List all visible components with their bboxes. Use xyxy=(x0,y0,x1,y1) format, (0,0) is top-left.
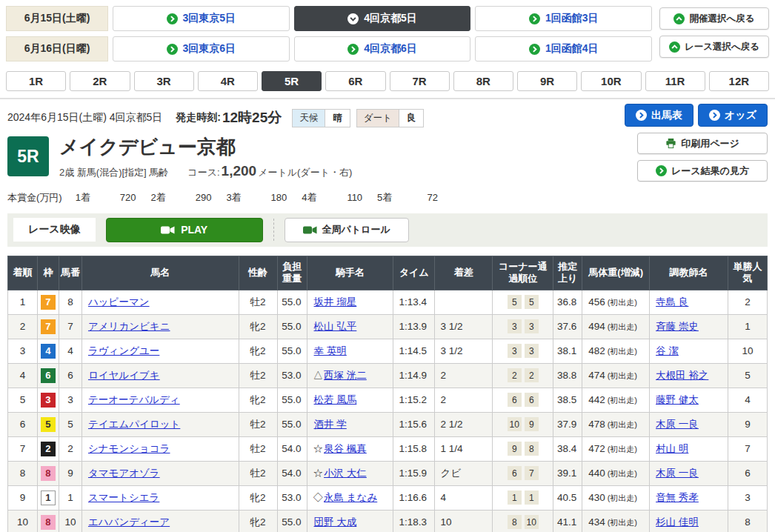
body-weight-cell: 430(初出走) xyxy=(582,485,650,510)
horse-number: 7 xyxy=(59,314,82,339)
corner-order-cell: 109 xyxy=(493,412,553,436)
result-row: 8 8 9 タマモアオゾラ 牡2 54.0 ☆小沢 大仁 1:15.9 クビ 6… xyxy=(8,461,768,485)
race-tab[interactable]: 11R xyxy=(645,71,705,91)
corner-order-2: 10 xyxy=(525,515,539,529)
horse-name-link[interactable]: シナモンショコラ xyxy=(88,443,170,454)
trainer-link[interactable]: 杉山 佳明 xyxy=(656,516,699,528)
trainer-link[interactable]: 谷 潔 xyxy=(656,345,679,356)
race-tab[interactable]: 7R xyxy=(390,71,450,91)
shutuba-button[interactable]: 出馬表 xyxy=(625,104,693,127)
race-tab[interactable]: 1R xyxy=(6,71,66,91)
win-favorite: 7 xyxy=(728,436,767,461)
horse-name-link[interactable]: ラヴィングユー xyxy=(88,345,159,356)
back-button-label: 開催選択へ戻る xyxy=(689,13,754,25)
jockey-link[interactable]: 酒井 学 xyxy=(314,419,347,430)
meeting-button-hakodate-4[interactable]: 1回函館4日 xyxy=(475,36,652,61)
back-to-kaisai-select-button[interactable]: 開催選択へ戻る xyxy=(659,7,769,30)
result-guide-button[interactable]: レース結果の見方 xyxy=(637,160,768,182)
body-weight-note: (初出走) xyxy=(608,347,637,356)
col-frame: 枠 xyxy=(37,256,59,290)
trainer-link[interactable]: 村山 明 xyxy=(656,443,688,454)
track-condition-badge: ダート 良 xyxy=(356,109,425,127)
trainer-link[interactable]: 藤野 健太 xyxy=(656,394,699,405)
print-page-button[interactable]: 印刷用ページ xyxy=(637,133,768,154)
col-position: 着順 xyxy=(8,256,38,290)
horse-name-link[interactable]: ロイヤルイブキ xyxy=(88,370,160,381)
jockey-link[interactable]: 松若 風馬 xyxy=(314,394,357,405)
result-row: 2 7 7 アメリカンビキニ 牝2 55.0 松山 弘平 1:13.9 3 1/… xyxy=(8,314,768,339)
jockey-link[interactable]: 坂井 瑠星 xyxy=(314,296,357,307)
last-3f-time: 39.1 xyxy=(553,461,582,485)
finish-time: 1:14.9 xyxy=(393,363,435,388)
meeting-button-hakodate-3[interactable]: 1回函館3日 xyxy=(475,6,652,31)
margin: 2 1/2 xyxy=(435,412,493,436)
odds-button[interactable]: オッズ xyxy=(698,104,768,127)
jockey-link[interactable]: 泉谷 楓真 xyxy=(324,443,367,454)
jockey-link[interactable]: 団野 大成 xyxy=(314,516,357,528)
result-row: 5 3 3 テーオーテバルディ 牝2 55.0 松若 風馬 1:15.2 2 6… xyxy=(8,388,768,412)
trainer-link[interactable]: 木原 一良 xyxy=(656,468,699,479)
horse-name-link[interactable]: タマモアオゾラ xyxy=(88,468,160,479)
play-video-button[interactable]: PLAY xyxy=(106,218,263,242)
horse-number: 1 xyxy=(59,485,82,510)
horse-name-link[interactable]: エハバンディーア xyxy=(88,516,170,528)
race-tab[interactable]: 5R xyxy=(262,71,322,91)
meeting-label: 4回京都6日 xyxy=(364,42,417,56)
race-tab[interactable]: 9R xyxy=(517,71,577,91)
race-tab[interactable]: 4R xyxy=(198,71,258,91)
horse-name-link[interactable]: テーオーテバルディ xyxy=(88,394,180,405)
race-tab[interactable]: 6R xyxy=(325,71,385,91)
horse-number: 2 xyxy=(59,436,82,461)
course-label: コース: xyxy=(187,167,219,178)
horse-name-link[interactable]: スマートシエラ xyxy=(88,492,159,503)
prize-item: 2着 290 xyxy=(151,191,216,205)
jockey-link[interactable]: 西塚 洸二 xyxy=(324,370,367,381)
meeting-button-tokyo-6[interactable]: 3回東京6日 xyxy=(113,36,290,61)
printer-icon xyxy=(665,138,676,149)
margin xyxy=(435,290,493,314)
chevron-right-circle-icon xyxy=(167,44,178,55)
print-label: 印刷用ページ xyxy=(681,137,739,150)
patrol-video-button[interactable]: 全周パトロール xyxy=(285,218,409,242)
jockey-allowance-mark: △ xyxy=(313,370,324,381)
jockey-link[interactable]: 松山 弘平 xyxy=(314,321,357,332)
race-tab[interactable]: 10R xyxy=(581,71,641,91)
last-3f-time: 37.6 xyxy=(553,314,582,339)
body-weight: 472 xyxy=(588,443,605,454)
horse-name-link[interactable]: テイエムパイロット xyxy=(88,419,180,430)
trainer-link[interactable]: 大根田 裕之 xyxy=(656,370,708,381)
jockey-cell: 松山 弘平 xyxy=(307,314,393,339)
race-tab[interactable]: 12R xyxy=(709,71,769,91)
race-tab[interactable]: 3R xyxy=(134,71,194,91)
trainer-link[interactable]: 音無 秀孝 xyxy=(656,492,699,503)
win-favorite: 8 xyxy=(728,510,767,532)
body-weight: 494 xyxy=(588,321,605,332)
track-value: 良 xyxy=(399,110,424,127)
horse-number: 3 xyxy=(59,388,82,412)
trainer-link[interactable]: 寺島 良 xyxy=(656,296,688,307)
win-favorite: 3 xyxy=(728,485,767,510)
horse-name-link[interactable]: ハッピーマン xyxy=(88,296,150,307)
col-win-favorite: 単勝人気 xyxy=(728,256,767,290)
prize-place: 5着 xyxy=(377,192,392,203)
chevron-up-circle-icon xyxy=(673,13,685,24)
jockey-link[interactable]: 永島 まなみ xyxy=(324,492,377,503)
prize-place: 4着 xyxy=(302,192,316,203)
jockey-link[interactable]: 小沢 大仁 xyxy=(324,468,367,479)
horse-name-link[interactable]: アメリカンビキニ xyxy=(88,321,170,332)
frame-number-badge: 6 xyxy=(41,368,56,383)
finish-time: 1:15.6 xyxy=(393,412,435,436)
trainer-link[interactable]: 木原 一良 xyxy=(656,419,699,430)
corner-order-2: 2 xyxy=(525,368,539,382)
race-tab[interactable]: 8R xyxy=(453,71,513,91)
meeting-button-tokyo-5[interactable]: 3回東京5日 xyxy=(113,6,290,31)
col-carried-weight: 負担重量 xyxy=(277,256,307,290)
meeting-button-kyoto-6[interactable]: 4回京都6日 xyxy=(294,36,471,61)
jockey-link[interactable]: 幸 英明 xyxy=(314,345,347,356)
horse-number: 9 xyxy=(59,461,82,485)
race-tab[interactable]: 2R xyxy=(70,71,130,91)
race-number-tabs: 1R 2R 3R 4R 5R 6R 7R 8R 9R 10R 11R 12R xyxy=(0,66,775,99)
meeting-button-kyoto-5-active[interactable]: 4回京都5日 xyxy=(294,6,471,31)
trainer-link[interactable]: 斉藤 崇史 xyxy=(656,321,699,332)
back-to-race-select-button[interactable]: レース選択へ戻る xyxy=(659,36,769,58)
